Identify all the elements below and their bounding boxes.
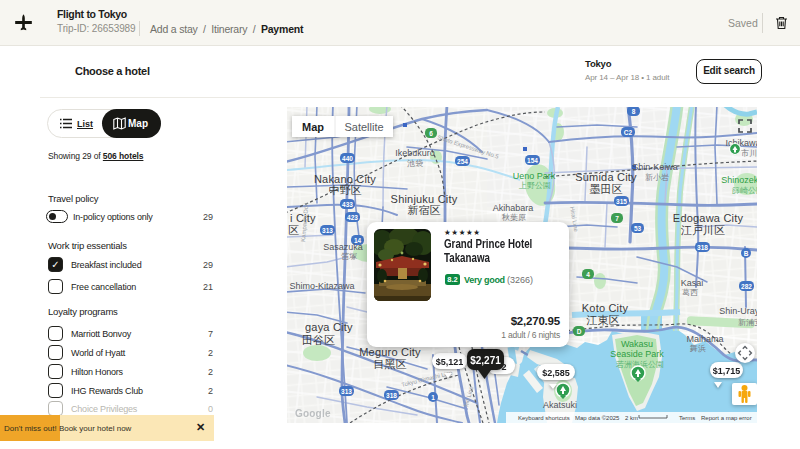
svg-text:舞浜: 舞浜 xyxy=(689,344,706,353)
svg-text:Edogawa City: Edogawa City xyxy=(673,212,744,224)
svg-text:Satellite: Satellite xyxy=(344,121,383,133)
svg-text:B: B xyxy=(744,250,749,257)
svg-text:葛西: 葛西 xyxy=(682,288,698,297)
svg-text:上野公園: 上野公園 xyxy=(518,181,551,190)
svg-text:新宿区: 新宿区 xyxy=(408,204,441,216)
svg-text:江東区: 江東区 xyxy=(586,314,620,326)
svg-text:江戸川区: 江戸川区 xyxy=(680,224,725,236)
svg-text:Wakasu: Wakasu xyxy=(621,339,653,349)
svg-text:Seaside Park: Seaside Park xyxy=(610,349,664,359)
svg-text:318: 318 xyxy=(386,392,397,399)
svg-text:313: 313 xyxy=(322,227,333,234)
svg-text:D: D xyxy=(577,328,582,335)
svg-text:Sasazuka: Sasazuka xyxy=(323,242,363,252)
svg-text:Akatsuki: Akatsuki xyxy=(543,400,577,410)
svg-text:gaya City: gaya City xyxy=(305,321,353,333)
svg-text:423: 423 xyxy=(347,214,358,221)
svg-text:C2: C2 xyxy=(624,129,633,136)
svg-text:Ikebukuro: Ikebukuro xyxy=(395,148,435,158)
svg-text:区: 区 xyxy=(288,224,299,236)
svg-text:433: 433 xyxy=(342,201,353,208)
svg-text:Google: Google xyxy=(295,408,331,419)
svg-text:2 km: 2 km xyxy=(625,415,638,421)
svg-text:Keyboard shortcuts: Keyboard shortcuts xyxy=(518,415,570,421)
svg-text:154: 154 xyxy=(527,157,538,164)
svg-text:Shinozeki P: Shinozeki P xyxy=(721,175,757,185)
svg-text:目黑区: 目黑区 xyxy=(374,358,407,370)
svg-text:$2,271: $2,271 xyxy=(470,355,501,366)
svg-text:Shimo-Kitazawa: Shimo-Kitazawa xyxy=(289,281,354,291)
svg-text:Meguro City: Meguro City xyxy=(359,346,421,358)
svg-text:Ueno Park: Ueno Park xyxy=(513,171,556,181)
svg-text:$5,121: $5,121 xyxy=(436,357,464,367)
svg-text:Maihama: Maihama xyxy=(686,334,723,344)
svg-text:市川: 市川 xyxy=(741,149,757,158)
svg-text:1: 1 xyxy=(431,394,435,401)
svg-text:254: 254 xyxy=(457,158,468,165)
svg-text:墨田区: 墨田区 xyxy=(590,183,623,195)
svg-text:Shin-Urayas: Shin-Urayas xyxy=(719,306,757,316)
svg-text:Koto City: Koto City xyxy=(582,302,629,314)
svg-text:新小岩: 新小岩 xyxy=(645,173,669,182)
svg-text:Kasai: Kasai xyxy=(681,278,704,288)
svg-text:Terms: Terms xyxy=(679,415,695,421)
svg-text:新浦安: 新浦安 xyxy=(738,318,757,327)
svg-text:秋葉原: 秋葉原 xyxy=(501,213,526,222)
svg-text:53: 53 xyxy=(634,225,642,232)
svg-text:篩崎公園: 篩崎公園 xyxy=(732,186,757,195)
svg-text:Shin-Koiwa: Shin-Koiwa xyxy=(632,162,678,172)
svg-text:7: 7 xyxy=(615,215,619,222)
svg-text:$1,715: $1,715 xyxy=(713,366,741,376)
svg-text:Akihabara: Akihabara xyxy=(493,203,534,213)
svg-text:笛塚: 笛塚 xyxy=(341,252,357,261)
svg-text:Map data ©2025: Map data ©2025 xyxy=(575,415,620,421)
svg-text:田谷区: 田谷区 xyxy=(302,334,335,346)
svg-text:315: 315 xyxy=(616,198,627,205)
svg-text:6: 6 xyxy=(429,130,433,137)
svg-text:$2,585: $2,585 xyxy=(542,368,570,378)
svg-text:318: 318 xyxy=(697,244,708,251)
svg-text:8: 8 xyxy=(632,108,636,115)
svg-text:Sumida City: Sumida City xyxy=(575,171,637,183)
svg-text:池袋: 池袋 xyxy=(407,159,423,168)
svg-text:中野区: 中野区 xyxy=(329,184,362,196)
svg-text:Map: Map xyxy=(302,121,324,133)
svg-text:282: 282 xyxy=(741,283,752,290)
svg-text:440: 440 xyxy=(342,155,353,162)
svg-text:313: 313 xyxy=(341,388,352,395)
svg-text:Report a map error: Report a map error xyxy=(701,415,752,421)
svg-text:4: 4 xyxy=(586,271,590,278)
